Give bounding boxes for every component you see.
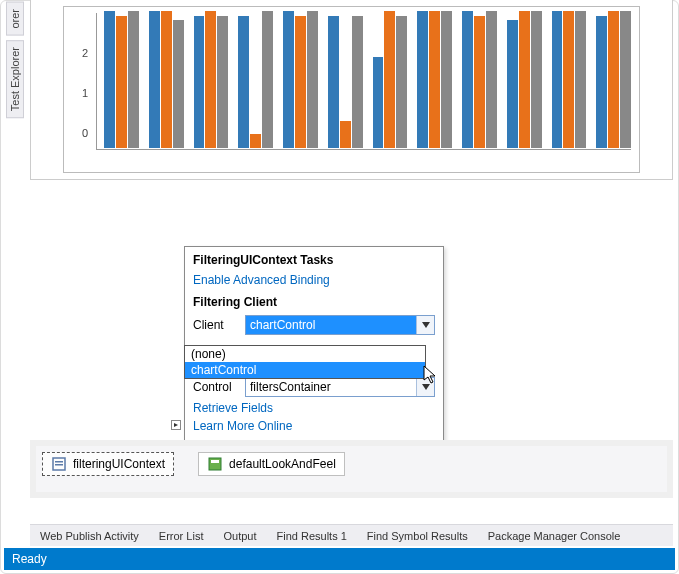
bar-group xyxy=(462,11,497,148)
bar xyxy=(307,11,318,148)
bar xyxy=(417,11,428,148)
bar-group xyxy=(507,11,542,148)
client-label: Client xyxy=(193,318,239,332)
tab-package-manager[interactable]: Package Manager Console xyxy=(478,526,631,546)
side-tab-test-explorer[interactable]: Test Explorer xyxy=(6,40,24,118)
bar xyxy=(194,16,205,148)
tray-item-defaultlookandfeel[interactable]: defaultLookAndFeel xyxy=(198,452,345,476)
control-combo-value: filtersContainer xyxy=(246,378,416,396)
bar xyxy=(104,11,115,148)
bar xyxy=(238,16,249,148)
bar xyxy=(519,11,530,148)
learn-more-link[interactable]: Learn More Online xyxy=(193,419,435,433)
status-bar: Ready xyxy=(4,548,675,570)
dropdown-option-chartcontrol[interactable]: chartControl xyxy=(185,362,425,378)
bar xyxy=(596,16,607,148)
client-combo-value: chartControl xyxy=(246,316,416,334)
client-dropdown[interactable]: (none) chartControl xyxy=(184,345,426,379)
bar-group xyxy=(238,11,273,148)
tab-find-symbol[interactable]: Find Symbol Results xyxy=(357,526,478,546)
bar xyxy=(608,11,619,148)
bar xyxy=(352,16,363,148)
bar xyxy=(507,20,518,148)
bar xyxy=(161,11,172,148)
bar xyxy=(340,121,351,148)
control-combo-arrow[interactable] xyxy=(416,378,434,396)
bar xyxy=(486,11,497,148)
control-label: Control xyxy=(193,380,239,394)
side-tab-well: orer Test Explorer xyxy=(6,2,26,122)
bar xyxy=(373,57,384,148)
control-combo[interactable]: filtersContainer xyxy=(245,377,435,397)
tab-find-results[interactable]: Find Results 1 xyxy=(267,526,357,546)
bar xyxy=(384,11,395,148)
bar xyxy=(262,11,273,148)
enable-advanced-binding-link[interactable]: Enable Advanced Binding xyxy=(193,273,435,287)
component-icon xyxy=(207,456,223,472)
ytick-2: 2 xyxy=(82,47,88,59)
bar-group xyxy=(596,11,631,148)
bar-group xyxy=(194,11,229,148)
bar xyxy=(217,16,228,148)
bar xyxy=(552,11,563,148)
component-tray[interactable]: filteringUIContext defaultLookAndFeel xyxy=(30,440,673,498)
bar xyxy=(575,11,586,148)
tasks-title: FilteringUIContext Tasks xyxy=(193,253,435,267)
dropdown-option-none[interactable]: (none) xyxy=(185,346,425,362)
chart-bars xyxy=(104,11,631,148)
bottom-tab-well: Web Publish Activity Error List Output F… xyxy=(30,524,673,546)
bar xyxy=(396,16,407,148)
svg-rect-2 xyxy=(55,464,63,466)
bar xyxy=(283,11,294,148)
tray-item-filteringuicontext[interactable]: filteringUIContext xyxy=(42,452,174,476)
ytick-1: 1 xyxy=(82,87,88,99)
bar xyxy=(531,11,542,148)
tab-output[interactable]: Output xyxy=(213,526,266,546)
bar xyxy=(474,16,485,148)
chart-control[interactable]: 0 1 2 xyxy=(63,6,640,173)
bar xyxy=(149,11,160,148)
tray-item-label: defaultLookAndFeel xyxy=(229,457,336,471)
x-axis xyxy=(96,149,631,150)
bar-group xyxy=(104,11,139,148)
bar xyxy=(250,134,261,148)
bar xyxy=(462,11,473,148)
client-combo[interactable]: chartControl xyxy=(245,315,435,335)
bar-group xyxy=(283,11,318,148)
bar xyxy=(563,11,574,148)
bar xyxy=(128,11,139,148)
bar xyxy=(429,11,440,148)
svg-rect-3 xyxy=(209,458,221,470)
bar-group xyxy=(328,11,363,148)
svg-rect-1 xyxy=(55,461,63,463)
bar-group xyxy=(417,11,452,148)
tray-item-label: filteringUIContext xyxy=(73,457,165,471)
client-combo-arrow[interactable] xyxy=(416,316,434,334)
side-tab-explorer[interactable]: orer xyxy=(6,2,24,36)
bar-group xyxy=(552,11,587,148)
status-text: Ready xyxy=(12,552,47,566)
y-axis xyxy=(96,13,97,150)
ytick-0: 0 xyxy=(82,127,88,139)
tab-error-list[interactable]: Error List xyxy=(149,526,214,546)
svg-rect-4 xyxy=(211,460,219,463)
bar-group xyxy=(149,11,184,148)
filtering-client-label: Filtering Client xyxy=(193,295,435,309)
bar xyxy=(173,20,184,148)
bar xyxy=(116,16,127,148)
component-icon xyxy=(51,456,67,472)
tab-web-publish[interactable]: Web Publish Activity xyxy=(30,526,149,546)
bar xyxy=(328,16,339,148)
bar xyxy=(295,16,306,148)
bar-group xyxy=(373,11,408,148)
retrieve-fields-link[interactable]: Retrieve Fields xyxy=(193,401,435,415)
bar xyxy=(620,11,631,148)
designer-surface[interactable]: 0 1 2 xyxy=(30,0,673,180)
smart-tag-glyph[interactable] xyxy=(171,420,181,430)
bar xyxy=(205,11,216,148)
bar xyxy=(441,11,452,148)
